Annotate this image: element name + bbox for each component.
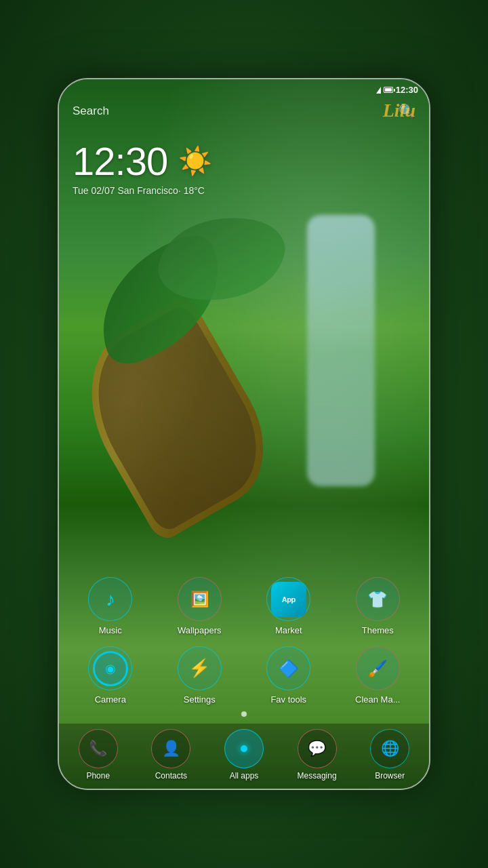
app-item-camera[interactable]: ◉ Camera — [73, 642, 148, 709]
app-item-cleanma[interactable]: 🖌️ Clean Ma... — [340, 642, 415, 709]
battery-icon — [384, 87, 393, 93]
favtools-label: Fav tools — [270, 694, 306, 705]
market-label: Market — [275, 625, 302, 635]
clock-time-row: 12:30 ☀️ — [73, 138, 415, 184]
search-label[interactable]: Search — [73, 104, 109, 118]
camera-icon: ◉ — [105, 661, 116, 676]
search-bar[interactable]: Search 🔍 — [59, 100, 429, 125]
market-badge: App — [271, 582, 306, 617]
app-row-1: ♪ Music 🖼️ Wallpapers App Market — [66, 573, 422, 639]
settings-icon: ⚡ — [188, 658, 210, 679]
themes-label: Themes — [362, 625, 394, 635]
cleanma-icon-wrapper: 🖌️ — [356, 646, 400, 690]
cleanma-label: Clean Ma... — [355, 694, 400, 705]
wallpapers-icon: 🖼️ — [190, 591, 209, 608]
dock-item-allapps[interactable]: All apps — [214, 729, 274, 781]
messaging-icon-wrapper: 💬 — [298, 729, 337, 768]
status-bar: 12:30 — [59, 79, 429, 100]
music-icon: ♪ — [106, 589, 115, 610]
camera-ring: ◉ — [93, 651, 128, 686]
wallpapers-icon-wrapper: 🖼️ — [178, 577, 222, 621]
allapps-center-dot — [241, 745, 247, 752]
logo-watermark: Lilu — [383, 100, 415, 121]
favtools-icon: 🔷 — [279, 659, 299, 678]
browser-icon: 🌐 — [381, 740, 399, 757]
signal-icon — [376, 87, 381, 94]
screen-content: 12:30 Search 🔍 12:30 ☀️ Tue 02/07 San Fr… — [59, 79, 429, 789]
wallpapers-label: Wallpapers — [178, 625, 222, 635]
dock-item-phone[interactable]: 📞 Phone — [68, 729, 129, 781]
camera-icon-wrapper: ◉ — [88, 646, 132, 690]
settings-label: Settings — [184, 694, 216, 705]
music-label: Music — [99, 625, 122, 635]
contacts-icon-wrapper: 👤 — [151, 729, 190, 768]
phone-icon: 📞 — [89, 740, 107, 757]
dock-item-browser[interactable]: 🌐 Browser — [359, 729, 420, 781]
favtools-icon-wrapper: 🔷 — [266, 646, 310, 690]
dock: 📞 Phone 👤 Contacts All apps 💬 — [59, 724, 429, 789]
weather-sun-icon: ☀️ — [178, 145, 212, 177]
dock-item-contacts[interactable]: 👤 Contacts — [140, 729, 201, 781]
browser-icon-wrapper: 🌐 — [370, 729, 409, 768]
messaging-icon: 💬 — [308, 740, 326, 757]
app-row-2: ◉ Camera ⚡ Settings 🔷 Fav tools — [66, 642, 422, 709]
app-item-settings[interactable]: ⚡ Settings — [162, 642, 237, 709]
phone-icon-wrapper: 📞 — [79, 729, 118, 768]
music-icon-wrapper: ♪ — [88, 577, 132, 621]
contacts-icon: 👤 — [162, 740, 180, 757]
phone-label: Phone — [86, 771, 110, 781]
cleanma-icon: 🖌️ — [367, 659, 388, 678]
app-item-music[interactable]: ♪ Music — [73, 573, 148, 639]
app-item-favtools[interactable]: 🔷 Fav tools — [251, 642, 326, 709]
allapps-label: All apps — [230, 771, 259, 781]
themes-icon: 👕 — [367, 590, 388, 609]
app-item-wallpapers[interactable]: 🖼️ Wallpapers — [162, 573, 237, 639]
status-time: 12:30 — [396, 85, 418, 95]
clock-widget: 12:30 ☀️ Tue 02/07 San Francisco· 18°C — [59, 125, 429, 201]
battery-fill — [385, 88, 392, 92]
settings-icon-wrapper: ⚡ — [178, 646, 222, 690]
app-item-market[interactable]: App Market — [251, 573, 326, 639]
camera-label: Camera — [95, 694, 126, 705]
browser-label: Browser — [375, 771, 405, 781]
themes-icon-wrapper: 👕 — [356, 577, 400, 621]
clock-time: 12:30 — [73, 138, 167, 184]
contacts-label: Contacts — [155, 771, 187, 781]
market-icon-wrapper: App — [266, 577, 310, 621]
status-icons: 12:30 — [376, 85, 418, 95]
phone-frame: Lilu 12:30 Search 🔍 12:30 ☀️ Tue 0 — [58, 78, 430, 790]
app-item-themes[interactable]: 👕 Themes — [340, 573, 415, 639]
allapps-icon-wrapper — [224, 729, 264, 768]
messaging-label: Messaging — [298, 771, 337, 781]
clock-date: Tue 02/07 San Francisco· 18°C — [73, 185, 415, 196]
page-indicator — [241, 711, 247, 717]
dock-item-messaging[interactable]: 💬 Messaging — [287, 729, 348, 781]
app-grid: ♪ Music 🖼️ Wallpapers App Market — [59, 573, 429, 724]
